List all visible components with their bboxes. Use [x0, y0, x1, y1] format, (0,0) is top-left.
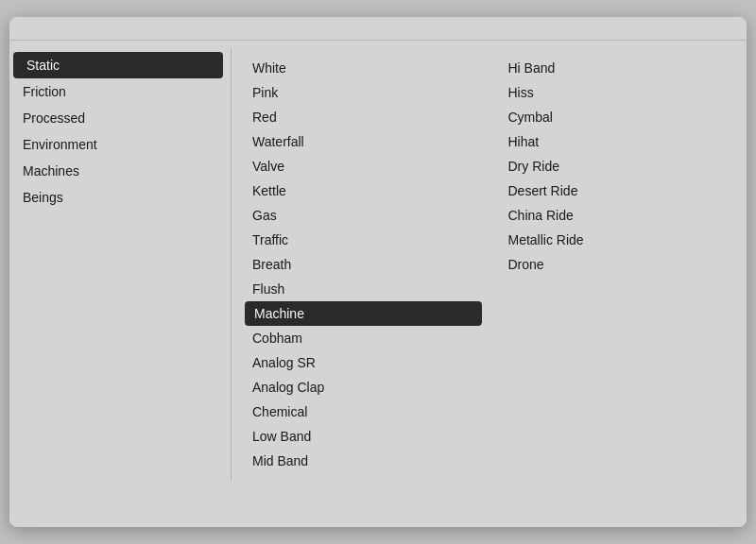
item-waterfall[interactable]: Waterfall [243, 129, 484, 154]
vertical-divider [231, 48, 232, 481]
category-item-processed[interactable]: Processed [9, 105, 227, 131]
item-hi-band[interactable]: Hi Band [499, 56, 740, 80]
item-machine[interactable]: Machine [245, 301, 482, 326]
item-traffic[interactable]: Traffic [243, 228, 484, 252]
item-chemical[interactable]: Chemical [243, 400, 484, 424]
category-item-machines[interactable]: Machines [9, 158, 227, 184]
items-panel: WhitePinkRedWaterfallValveKettleGasTraff… [235, 48, 747, 481]
item-cobham[interactable]: Cobham [243, 326, 484, 350]
item-breath[interactable]: Breath [243, 252, 484, 277]
item-dry-ride[interactable]: Dry Ride [499, 154, 740, 178]
dialog-header [9, 17, 747, 41]
item-desert-ride[interactable]: Desert Ride [499, 178, 740, 203]
noisetable-dialog: StaticFrictionProcessedEnvironmentMachin… [9, 17, 747, 527]
item-white[interactable]: White [243, 56, 484, 80]
item-mid-band[interactable]: Mid Band [243, 449, 484, 473]
item-cymbal[interactable]: Cymbal [499, 105, 740, 129]
item-red[interactable]: Red [243, 105, 484, 129]
close-button[interactable] [726, 26, 733, 30]
item-analog-sr[interactable]: Analog SR [243, 350, 484, 375]
category-item-beings[interactable]: Beings [9, 184, 227, 211]
item-analog-clap[interactable]: Analog Clap [243, 375, 484, 400]
item-china-ride[interactable]: China Ride [499, 203, 740, 228]
item-metallic-ride[interactable]: Metallic Ride [499, 228, 740, 252]
category-item-environment[interactable]: Environment [9, 131, 227, 158]
item-hihat[interactable]: Hihat [499, 129, 740, 154]
item-kettle[interactable]: Kettle [243, 178, 484, 203]
item-valve[interactable]: Valve [243, 154, 484, 178]
category-item-static[interactable]: Static [13, 52, 223, 78]
item-pink[interactable]: Pink [243, 80, 484, 105]
item-drone[interactable]: Drone [499, 252, 740, 277]
item-flush[interactable]: Flush [243, 277, 484, 301]
category-item-friction[interactable]: Friction [9, 78, 227, 105]
items-column-1: WhitePinkRedWaterfallValveKettleGasTraff… [235, 52, 491, 477]
items-column-2: Hi BandHissCymbalHihatDry RideDesert Rid… [491, 52, 747, 477]
dialog-body: StaticFrictionProcessedEnvironmentMachin… [9, 41, 747, 488]
item-hiss[interactable]: Hiss [499, 80, 740, 105]
item-gas[interactable]: Gas [243, 203, 484, 228]
item-low-band[interactable]: Low Band [243, 424, 484, 449]
category-list: StaticFrictionProcessedEnvironmentMachin… [9, 48, 227, 481]
